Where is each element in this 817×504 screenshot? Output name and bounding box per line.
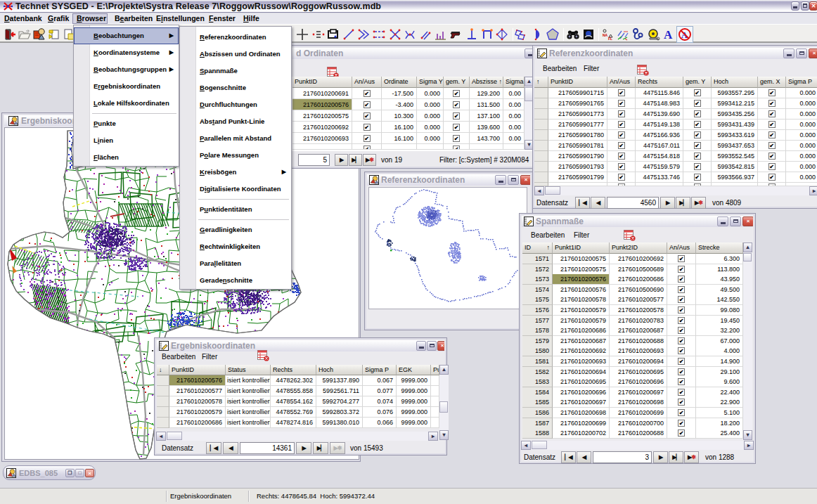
svg-text:A: A xyxy=(664,28,673,41)
svg-text:NA: NA xyxy=(603,33,608,37)
svg-text:FL: FL xyxy=(608,37,612,41)
